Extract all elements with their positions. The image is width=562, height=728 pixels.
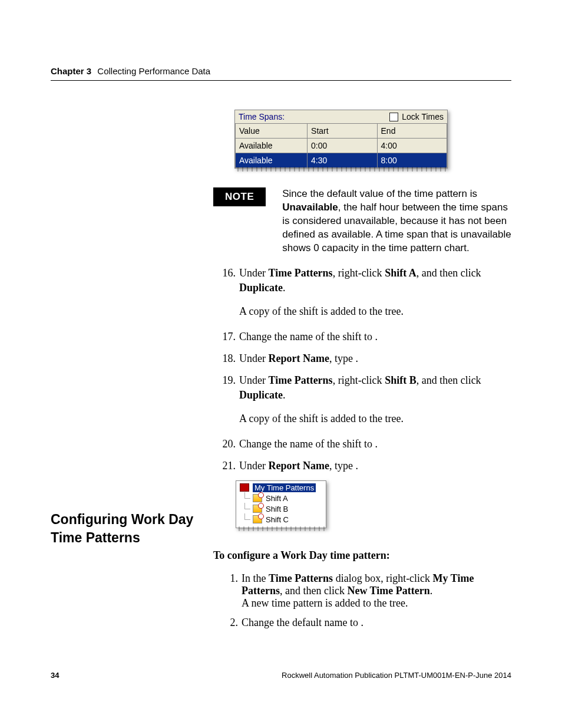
- footer: 34 Rockwell Automation Publication PLTMT…: [51, 671, 511, 680]
- inner-step-2: 2. Change the default name to .: [219, 617, 511, 629]
- tree-node[interactable]: Shift A: [240, 494, 322, 503]
- tree-root-label: My Time Patterns: [253, 483, 316, 492]
- tree-node-label: Shift B: [266, 505, 288, 513]
- tree-node-label: Shift C: [266, 515, 289, 524]
- col-value: Value: [236, 124, 308, 139]
- step-20: 20. Change the name of the shift to .: [213, 437, 511, 452]
- note-badge: NOTE: [213, 187, 266, 206]
- running-header: Chapter 3 Collecting Performance Data: [51, 66, 210, 76]
- step-19-sub: A copy of the shift is added to the tree…: [239, 411, 511, 426]
- step-16-sub: A copy of the shift is added to the tree…: [239, 304, 511, 319]
- col-end: End: [377, 124, 447, 139]
- step-list: 16. Under Time Patterns, right-click Shi…: [213, 266, 511, 473]
- inner-step-1-sub: A new time pattern is added to the tree.: [242, 597, 511, 610]
- main-column: Time Spans: Lock Times Value Start End A…: [213, 110, 511, 636]
- tree-node[interactable]: Shift B: [240, 505, 322, 513]
- inner-step-list: 1. In the Time Patterns dialog box, righ…: [213, 572, 511, 629]
- chapter-label: Chapter 3: [51, 66, 91, 76]
- clock-icon: [253, 494, 262, 502]
- timespans-panel: Time Spans: Lock Times Value Start End A…: [234, 110, 448, 169]
- lock-times-label: Lock Times: [402, 112, 444, 121]
- step-17: 17. Change the name of the shift to .: [213, 330, 511, 344]
- note-text: Since the default value of the time patt…: [282, 187, 511, 255]
- cell-end: 8:00: [377, 153, 447, 168]
- tree-node[interactable]: Shift C: [240, 515, 322, 524]
- table-row[interactable]: Available 0:00 4:00: [236, 139, 447, 153]
- page-number: 34: [51, 671, 59, 680]
- clock-icon: [253, 505, 262, 513]
- page: Chapter 3 Collecting Performance Data Ti…: [0, 0, 562, 728]
- cell-value: Available: [236, 139, 308, 153]
- folder-icon: [240, 483, 249, 492]
- table-row[interactable]: Available 4:30 8:00: [236, 153, 447, 168]
- tree-panel: My Time Patterns Shift A Shift B Shift C: [236, 480, 326, 528]
- publication-id: Rockwell Automation Publication PLTMT-UM…: [282, 671, 511, 680]
- timespans-label: Time Spans:: [239, 112, 285, 121]
- timespans-table: Value Start End Available 0:00 4:00 Avai…: [235, 123, 447, 168]
- header-rule: [51, 80, 511, 81]
- cell-end: 4:00: [377, 139, 447, 153]
- step-19: 19. Under Time Patterns, right-click Shi…: [213, 373, 511, 430]
- left-heading: Configuring Work Day Time Patterns: [51, 510, 198, 547]
- checkbox-icon: [389, 113, 398, 121]
- note-block: NOTE Since the default value of the time…: [213, 187, 511, 255]
- chapter-title: Collecting Performance Data: [97, 66, 210, 76]
- step-16: 16. Under Time Patterns, right-click Shi…: [213, 266, 511, 322]
- cell-value: Available: [236, 153, 308, 168]
- tree-root[interactable]: My Time Patterns: [240, 483, 322, 492]
- step-21: 21. Under Report Name, type .: [213, 459, 511, 473]
- section-lead: To configure a Work Day time pattern:: [213, 549, 511, 562]
- cell-start: 4:30: [308, 153, 377, 168]
- clock-icon: [253, 515, 262, 523]
- cell-start: 0:00: [308, 139, 377, 153]
- step-18: 18. Under Report Name, type .: [213, 351, 511, 366]
- col-start: Start: [308, 124, 377, 139]
- lock-times-checkbox[interactable]: Lock Times: [389, 112, 444, 121]
- tree-node-label: Shift A: [266, 494, 288, 503]
- inner-step-1: 1. In the Time Patterns dialog box, righ…: [219, 572, 511, 610]
